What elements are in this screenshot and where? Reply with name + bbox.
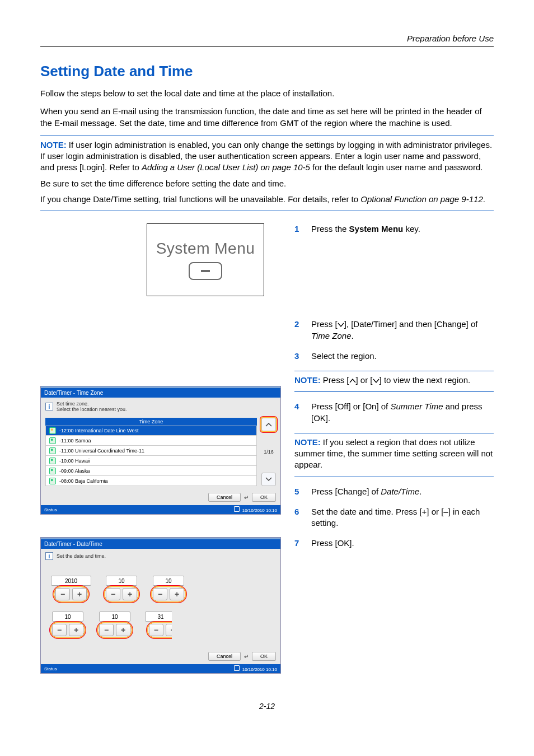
status-label: Status xyxy=(44,666,57,671)
step-5-text: Press [Change] of Date/Time. xyxy=(311,486,421,497)
timezone-row-4[interactable]: -09:00 Alaska xyxy=(45,466,257,476)
datetime-panel: Date/Timer - Date/Time i Set the date an… xyxy=(40,537,281,674)
ok-button[interactable]: OK xyxy=(252,652,276,661)
page-indicator: 1/16 xyxy=(264,449,274,455)
chevron-down-icon xyxy=(265,477,272,482)
info-icon: i xyxy=(45,403,53,410)
timezone-row-2[interactable]: -11:00 Universal Coordinated Time-11 xyxy=(45,446,257,456)
step-number-5: 5 xyxy=(294,486,303,497)
month-plus-button[interactable]: + xyxy=(123,588,137,600)
step-number-7: 7 xyxy=(294,538,303,549)
minute-value: 10 xyxy=(99,612,130,622)
timezone-row-5[interactable]: -08:00 Baja California xyxy=(45,476,257,486)
globe-icon xyxy=(49,427,56,434)
day-minus-button[interactable]: − xyxy=(153,588,167,600)
scroll-up-button[interactable] xyxy=(261,418,276,431)
note-block-main: NOTE: If user login administration is en… xyxy=(40,136,494,211)
page-number: 2-12 xyxy=(40,702,494,711)
enter-icon: ↵ xyxy=(244,654,249,660)
status-icon xyxy=(234,665,240,671)
day-value: 10 xyxy=(153,576,184,586)
second-suffix: ond xyxy=(177,613,184,617)
timezone-column-header: Time Zone xyxy=(45,418,257,426)
chevron-up-icon xyxy=(349,378,356,384)
month-value: 10 xyxy=(106,576,137,586)
note-line3a: If you change Date/Time setting, trial f… xyxy=(40,194,360,204)
note-summer-text: If you select a region that does not uti… xyxy=(294,437,493,470)
note-block-region: NOTE: Press [] or [] to view the next re… xyxy=(294,371,494,392)
hour-plus-button[interactable]: + xyxy=(69,624,83,636)
timezone-row-3[interactable]: -10:00 Hawaii xyxy=(45,456,257,466)
note-label: NOTE: xyxy=(294,375,321,385)
intro-paragraph-1: Follow the steps below to set the local … xyxy=(40,88,494,99)
system-menu-key-icon xyxy=(189,262,222,280)
enter-icon: ↵ xyxy=(244,494,249,501)
hour-value: 10 xyxy=(52,612,83,622)
timezone-row-0[interactable]: -12:00 International Date Line West xyxy=(45,426,257,436)
minute-minus-button[interactable]: − xyxy=(99,624,114,636)
datetime-hint: Set the date and time. xyxy=(57,553,106,559)
page-title: Setting Date and Time xyxy=(40,63,494,80)
hour-minus-button[interactable]: − xyxy=(52,624,67,636)
second-minus-button[interactable]: − xyxy=(149,624,163,636)
step-4-text: Press [Off] or [On] of Summer Time and p… xyxy=(311,401,494,424)
year-plus-button[interactable]: + xyxy=(72,588,87,600)
chevron-down-icon xyxy=(373,378,380,384)
info-icon: i xyxy=(45,552,53,560)
status-icon xyxy=(234,506,240,512)
day-plus-button[interactable]: + xyxy=(170,588,184,600)
status-timestamp: 10/10/2010 10:10 xyxy=(242,508,277,513)
status-label: Status xyxy=(44,507,57,512)
step-number-3: 3 xyxy=(294,351,303,362)
second-value: 31 xyxy=(145,612,176,622)
chevron-down-icon xyxy=(338,322,344,328)
status-timestamp: 10/10/2010 10:10 xyxy=(242,667,277,672)
ok-button[interactable]: OK xyxy=(252,493,276,502)
note-line2: Be sure to set the time difference befor… xyxy=(40,178,494,189)
step-2-text: Press [], [Date/Timer] and then [Change]… xyxy=(311,319,494,342)
note-line1c: for the default login user name and pass… xyxy=(310,162,483,172)
step-7-text: Press [OK]. xyxy=(311,538,354,549)
chevron-up-icon xyxy=(265,422,272,427)
cancel-button[interactable]: Cancel xyxy=(208,652,241,661)
note-label: NOTE: xyxy=(40,140,67,150)
intro-paragraph-2: When you send an E-mail using the transm… xyxy=(40,106,494,129)
datetime-panel-title: Date/Timer - Date/Time xyxy=(41,539,280,549)
timezone-hint: Set time zone. Select the location neare… xyxy=(57,401,127,412)
step-3-text: Select the region. xyxy=(311,351,377,362)
month-minus-button[interactable]: − xyxy=(106,588,120,600)
note-label: NOTE: xyxy=(294,437,321,447)
system-menu-label: System Menu xyxy=(156,240,255,258)
running-head: Preparation before Use xyxy=(40,34,494,47)
system-menu-key-graphic: System Menu xyxy=(147,223,264,296)
globe-icon xyxy=(49,458,56,464)
timezone-panel-title: Date/Timer - Time Zone xyxy=(41,388,280,398)
note-line3c: . xyxy=(483,194,485,204)
globe-icon xyxy=(49,468,56,474)
note-line1b: Adding a User (Local User List) on page … xyxy=(142,162,310,172)
globe-icon xyxy=(49,478,56,484)
cancel-button[interactable]: Cancel xyxy=(208,493,241,502)
timezone-panel: Date/Timer - Time Zone i Set time zone. … xyxy=(40,386,281,515)
note-line3b: Optional Function on page 9-112 xyxy=(360,194,483,204)
globe-icon xyxy=(49,437,56,444)
year-value: 2010 xyxy=(51,576,91,586)
step-number-2: 2 xyxy=(294,319,303,342)
step-number-1: 1 xyxy=(294,223,303,235)
scroll-down-button[interactable] xyxy=(261,473,276,486)
step-number-4: 4 xyxy=(294,401,303,424)
second-plus-button[interactable]: + xyxy=(166,624,180,636)
year-minus-button[interactable]: − xyxy=(55,588,70,600)
step-1-text: Press the System Menu key. xyxy=(311,223,420,235)
note-block-summer: NOTE: If you select a region that does n… xyxy=(294,433,494,477)
step-6-text: Set the date and time. Press [+] or [–] … xyxy=(311,506,494,529)
minute-plus-button[interactable]: + xyxy=(116,624,130,636)
timezone-row-1[interactable]: -11:00 Samoa xyxy=(45,436,257,446)
step-number-6: 6 xyxy=(294,506,303,529)
globe-icon xyxy=(49,447,56,454)
